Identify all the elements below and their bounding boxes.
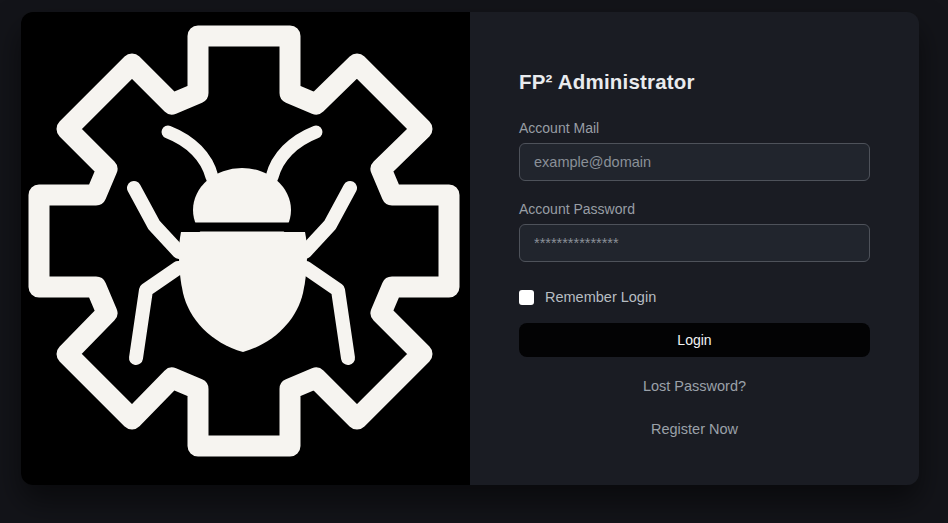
login-card: FP² Administrator Account Mail Account P…	[21, 12, 919, 485]
page-title: FP² Administrator	[519, 68, 870, 96]
register-now-link[interactable]: Register Now	[519, 421, 870, 437]
mail-field-group: Account Mail	[519, 120, 870, 181]
account-mail-label: Account Mail	[519, 120, 870, 136]
logo-panel	[21, 12, 470, 485]
login-button[interactable]: Login	[519, 323, 870, 357]
remember-login-label: Remember Login	[545, 289, 656, 305]
remember-login-row: Remember Login	[519, 289, 870, 305]
account-mail-input[interactable]	[519, 143, 870, 181]
form-panel: FP² Administrator Account Mail Account P…	[470, 12, 919, 485]
remember-checkbox[interactable]	[519, 290, 534, 305]
account-password-input[interactable]	[519, 224, 870, 262]
account-password-label: Account Password	[519, 201, 870, 217]
password-field-group: Account Password	[519, 201, 870, 262]
bug-gear-icon	[21, 13, 470, 485]
lost-password-link[interactable]: Lost Password?	[519, 378, 870, 394]
